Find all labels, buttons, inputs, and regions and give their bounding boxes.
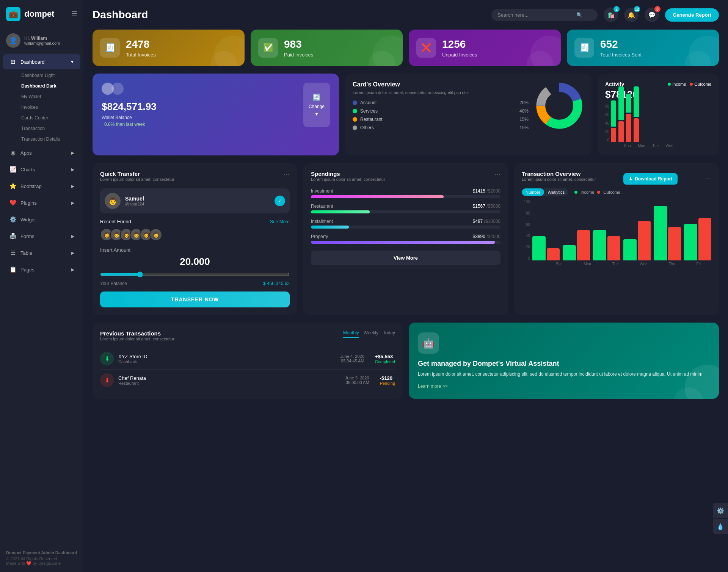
apps-icon: ◉	[9, 149, 17, 157]
contact-check-button[interactable]: ✓	[275, 196, 285, 206]
logo-icon: 💼	[6, 7, 20, 21]
chevron-icon: ▶	[71, 201, 74, 205]
txn-outcome-fri	[698, 218, 712, 260]
notification-icon-btn[interactable]: 🔔 12	[624, 8, 639, 22]
txn-bars-wed	[623, 221, 651, 260]
x-label-mon: Mon	[635, 144, 647, 148]
spendings-title: Spendings	[311, 171, 385, 177]
message-badge: 8	[654, 6, 661, 12]
sidebar-sub-transaction[interactable]: Transaction	[15, 123, 83, 134]
float-settings-button[interactable]: ⚙️	[713, 503, 728, 518]
prev-tx-desc: Lorem ipsum dolor sit amet, consectetur	[100, 337, 174, 341]
investment-header: Investment $1415 /$2000	[311, 188, 500, 194]
transfer-title: Quick Transfer	[100, 171, 174, 177]
income-legend-label: Income	[581, 190, 594, 194]
txn-outcome-mon	[577, 230, 590, 260]
sidebar-item-apps[interactable]: ◉ Apps ▶	[3, 145, 80, 160]
generate-report-button[interactable]: Generate Report	[665, 8, 719, 22]
stat-card-unpaid-invoices: ❌ 1256 Unpaid Invoices	[409, 30, 561, 66]
tab-monthly[interactable]: Monthly	[343, 330, 359, 338]
sidebar-sub-my-wallet[interactable]: My Wallet	[15, 91, 83, 102]
forms-icon: 🖨️	[9, 232, 17, 240]
txn-label-mon: Mon	[584, 262, 591, 266]
download-report-button[interactable]: ⬇ Download Report	[623, 173, 678, 185]
stat-label-sent: Total Invoices Sent	[600, 52, 642, 58]
legend-dot-others	[353, 125, 357, 130]
sidebar-sub-dashboard-light[interactable]: Dashboard Light	[15, 70, 83, 81]
sidebar-item-charts[interactable]: 📈 Charts ▶	[3, 162, 80, 177]
sidebar-sub-invoices[interactable]: Invoices	[15, 102, 83, 113]
transfer-desc: Lorem ipsum dolor sit amet, consectetur	[100, 177, 174, 182]
sidebar-item-pages[interactable]: 📋 Pages ▶	[3, 262, 80, 277]
tx-name-1: XYZ Store ID	[118, 354, 147, 359]
restaurant-header: Restaurant $1567 /$5000	[311, 204, 500, 209]
search-icon[interactable]: 🔍	[576, 12, 582, 18]
tab-today[interactable]: Today	[383, 330, 395, 338]
view-more-button[interactable]: View More	[311, 251, 500, 265]
sidebar-item-dashboard[interactable]: ⊞ Dashboard ▼	[3, 54, 80, 69]
stat-icon-total: 🧾	[100, 38, 120, 58]
x-label-sun: Sun	[621, 144, 633, 148]
cards-overview: Card's Overview Lorem ipsum dolor sit am…	[345, 74, 592, 155]
income-bar-sun	[611, 100, 616, 127]
download-icon: ⬇	[629, 176, 632, 182]
sidebar-sub-cards-center[interactable]: Cards Center	[15, 113, 83, 123]
spending-property: Property $3890 /$4000	[311, 234, 500, 244]
search-input[interactable]	[497, 12, 573, 18]
tx-status-2: Pending	[380, 381, 395, 386]
va-desc: Lorem ipsum dolor sit amet, consectetur …	[418, 371, 710, 378]
contact-avatar: 👨	[105, 193, 121, 209]
spendings-menu-button[interactable]: ⋯	[494, 171, 500, 178]
legend-pct-others: 15%	[519, 125, 529, 130]
tx-info-2: Chef Renata Restaurant	[118, 375, 146, 386]
sidebar-item-plugins[interactable]: ❤️ Plugins ▶	[3, 195, 80, 210]
transfer-now-button[interactable]: TRANSFER NOW	[100, 291, 290, 307]
txn-outcome-wed	[638, 221, 651, 260]
amount-slider[interactable]	[100, 271, 290, 277]
main-content: Dashboard 🔍 🛍️ 2 🔔 12 💬 8 Generate Repor…	[83, 0, 728, 572]
contact-row: 👨 Samuel @sam224 ✓	[100, 188, 290, 213]
see-all-button[interactable]: See More	[270, 219, 290, 224]
tx-type-1: Cashback	[118, 359, 147, 364]
toggle-number[interactable]: Number	[522, 188, 544, 196]
overview-left: Card's Overview Lorem ipsum dolor sit am…	[353, 81, 529, 148]
sidebar-item-forms[interactable]: 🖨️ Forms ▶	[3, 229, 80, 244]
friends-list: 👩 👨 👩 👨 👩 👩	[100, 228, 290, 241]
tab-weekly[interactable]: Weekly	[364, 330, 378, 338]
txn-income-fri	[684, 224, 697, 260]
stat-info-sent: 652 Total Invoices Sent	[600, 38, 642, 58]
txn-chart-area: Sun Mon Tue Wed Thu Fri	[532, 200, 711, 266]
dashboard-icon: ⊞	[9, 58, 17, 66]
float-theme-button[interactable]: 💧	[713, 519, 728, 534]
property-header: Property $3890 /$4000	[311, 234, 500, 239]
user-section: 👤 Hi, William william@gmail.com	[0, 28, 83, 53]
sidebar-sub-transaction-details[interactable]: Transaction Details	[15, 134, 83, 144]
sidebar-item-table[interactable]: ☰ Table ▶	[3, 245, 80, 260]
tx-amount-2: -$120 Pending	[380, 375, 395, 386]
learn-more-link[interactable]: Learn more >>	[418, 384, 710, 389]
message-icon-btn[interactable]: 💬 8	[645, 8, 659, 22]
toggle-analytics[interactable]: Analytics	[544, 188, 568, 196]
hamburger-button[interactable]: ☰	[71, 10, 77, 18]
bar-chart	[611, 104, 711, 142]
sidebar-sub-dashboard-dark[interactable]: Dashboard Dark	[15, 81, 83, 91]
txn-bars-tue	[593, 230, 620, 260]
legend-account: Account 20%	[353, 100, 529, 105]
income-legend: Income	[668, 82, 686, 86]
txn-y-axis: 100806040200	[522, 200, 532, 260]
sidebar-item-bootstrap[interactable]: ⭐ Bootstrap ▶	[3, 179, 80, 194]
chip-circle-2	[111, 83, 124, 95]
floating-buttons: ⚙️ 💧	[713, 503, 728, 534]
legend-pct-restaurant: 15%	[519, 117, 529, 122]
shopping-icon-btn[interactable]: 🛍️ 2	[604, 8, 618, 22]
income-legend-dot	[574, 191, 577, 194]
virtual-assistant-card: 🤖 Get managed by Dompet's Virtual Assist…	[409, 323, 719, 399]
txn-outcome-thu	[668, 227, 681, 260]
txn-menu-button[interactable]: ⋯	[705, 175, 711, 182]
transfer-menu-button[interactable]: ⋯	[284, 171, 290, 178]
outcome-legend-label: Outcome	[603, 190, 620, 194]
user-info: Hi, William william@gmail.com	[24, 36, 60, 45]
sidebar-item-widget[interactable]: ⚙️ Widget	[3, 212, 80, 227]
txn-income-thu	[654, 206, 667, 260]
wallet-change-button[interactable]: 🔄 Change ▼	[303, 83, 330, 127]
